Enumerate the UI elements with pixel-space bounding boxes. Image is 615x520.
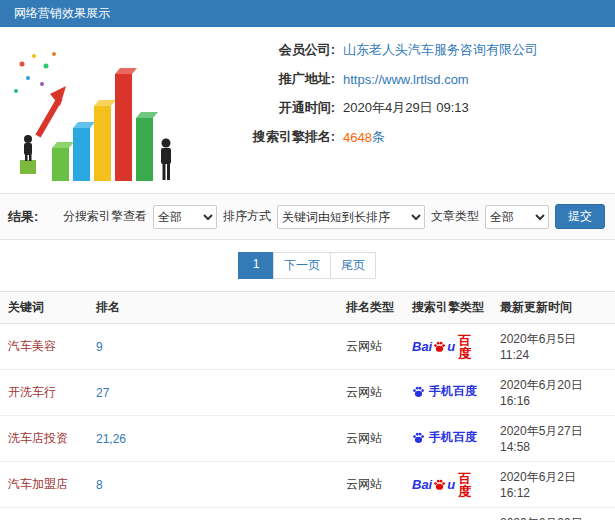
engine-cell: 手机百度 — [404, 508, 492, 520]
member-info-fields: 会员公司: 山东老人头汽车服务咨询有限公司 推广地址: https://www.… — [185, 35, 615, 187]
col-keyword: 关键词 — [0, 292, 88, 324]
company-label: 会员公司: — [185, 41, 343, 59]
sort-filter-select[interactable]: 关键词由短到长排序 — [277, 205, 425, 229]
page-title: 网络营销效果展示 — [14, 6, 110, 20]
rank-count-label: 搜索引擎排名: — [185, 128, 343, 146]
article-type-select[interactable]: 全部 — [485, 205, 549, 229]
filter-controls: 分搜索引擎查看 全部 排序方式 关键词由短到长排序 文章类型 全部 提交 — [63, 204, 605, 229]
table-header-row: 关键词 排名 排名类型 搜索引擎类型 最新更新时间 — [0, 292, 615, 324]
col-update-time: 最新更新时间 — [492, 292, 615, 324]
open-time-value: 2020年4月29日 09:13 — [343, 99, 469, 117]
paw-icon — [433, 478, 446, 491]
update-time-cell: 2020年6月2日 16:12 — [492, 462, 615, 508]
rank-link[interactable]: 9 — [96, 340, 103, 354]
col-rank-type: 排名类型 — [338, 292, 404, 324]
mobile-baidu-logo: 手机百度 — [412, 385, 477, 398]
rank-type-cell: 云网站 — [338, 508, 404, 520]
paw-icon — [412, 385, 425, 398]
rank-cell: 8 — [88, 462, 338, 508]
table-row: 汽车加盟店 8 云网站 Baiu百度 2020年6月2日 16:12 — [0, 462, 615, 508]
site-link[interactable]: https://www.lrtlsd.com — [343, 72, 469, 87]
bar-chart-illustration-svg — [8, 36, 178, 186]
info-row-site: 推广地址: https://www.lrtlsd.com — [185, 70, 615, 88]
table-row: 洗车店投资 21,26 云网站 手机百度 2020年5月27日 14:58 — [0, 416, 615, 462]
page-current[interactable]: 1 — [238, 252, 274, 279]
engine-filter-label: 分搜索引擎查看 — [63, 208, 147, 225]
paw-icon — [412, 431, 425, 444]
rank-count-value: 4648 — [343, 130, 372, 145]
engine-cell: Baiu百度 — [404, 462, 492, 508]
update-time-cell: 2020年6月5日 11:24 — [492, 324, 615, 370]
table-row: 加盟洗车店 25,28,28 云网站 手机百度 2020年6月20日 16:11 — [0, 508, 615, 520]
keyword-cell: 汽车美容 — [0, 324, 88, 370]
col-rank: 排名 — [88, 292, 338, 324]
rank-cell: 21,26 — [88, 416, 338, 462]
rank-link[interactable]: 27 — [96, 386, 109, 400]
article-type-label: 文章类型 — [431, 208, 479, 225]
update-time-cell: 2020年6月20日 16:16 — [492, 370, 615, 416]
rank-cell: 9 — [88, 324, 338, 370]
engine-cell: Baiu百度 — [404, 324, 492, 370]
paw-icon — [433, 340, 446, 353]
info-row-company: 会员公司: 山东老人头汽车服务咨询有限公司 — [185, 41, 615, 59]
rank-type-cell: 云网站 — [338, 462, 404, 508]
bar-chart-illustration — [0, 35, 185, 187]
rank-cell: 25,28,28 — [88, 508, 338, 520]
results-table: 关键词 排名 排名类型 搜索引擎类型 最新更新时间 汽车美容 9 云网站 Bai… — [0, 291, 615, 520]
mobile-baidu-logo: 手机百度 — [412, 431, 477, 444]
page-header: 网络营销效果展示 — [0, 0, 615, 27]
site-label: 推广地址: — [185, 70, 343, 88]
engine-cell: 手机百度 — [404, 416, 492, 462]
update-time-cell: 2020年5月27日 14:58 — [492, 416, 615, 462]
open-time-label: 开通时间: — [185, 99, 343, 117]
keyword-cell: 洗车店投资 — [0, 416, 88, 462]
update-time-cell: 2020年6月20日 16:11 — [492, 508, 615, 520]
member-info-panel: 会员公司: 山东老人头汽车服务咨询有限公司 推广地址: https://www.… — [0, 27, 615, 194]
info-row-open-time: 开通时间: 2020年4月29日 09:13 — [185, 99, 615, 117]
pagination: 1 下一页 尾页 — [0, 240, 615, 291]
keyword-cell: 加盟洗车店 — [0, 508, 88, 520]
sort-filter-label: 排序方式 — [223, 208, 271, 225]
page-last[interactable]: 尾页 — [330, 252, 376, 279]
filter-bar: 结果: 分搜索引擎查看 全部 排序方式 关键词由短到长排序 文章类型 全部 提交 — [0, 194, 615, 240]
company-link[interactable]: 山东老人头汽车服务咨询有限公司 — [343, 41, 538, 59]
keyword-cell: 开洗车行 — [0, 370, 88, 416]
rank-link[interactable]: 8 — [96, 478, 103, 492]
engine-filter-select[interactable]: 全部 — [153, 205, 217, 229]
col-engine-type: 搜索引擎类型 — [404, 292, 492, 324]
table-row: 开洗车行 27 云网站 手机百度 2020年6月20日 16:16 — [0, 370, 615, 416]
rank-count-suffix: 条 — [372, 128, 385, 146]
page-next[interactable]: 下一页 — [273, 252, 331, 279]
rank-type-cell: 云网站 — [338, 370, 404, 416]
baidu-logo: Baiu百度 — [412, 472, 484, 498]
keyword-cell: 汽车加盟店 — [0, 462, 88, 508]
rank-type-cell: 云网站 — [338, 324, 404, 370]
engine-cell: 手机百度 — [404, 370, 492, 416]
table-row: 汽车美容 9 云网站 Baiu百度 2020年6月5日 11:24 — [0, 324, 615, 370]
rank-link[interactable]: 21,26 — [96, 432, 126, 446]
info-row-rank-count: 搜索引擎排名: 4648 条 — [185, 128, 615, 146]
rank-type-cell: 云网站 — [338, 416, 404, 462]
rank-cell: 27 — [88, 370, 338, 416]
result-section-label: 结果: — [8, 208, 38, 226]
submit-button[interactable]: 提交 — [555, 204, 605, 229]
baidu-logo: Baiu百度 — [412, 334, 484, 360]
